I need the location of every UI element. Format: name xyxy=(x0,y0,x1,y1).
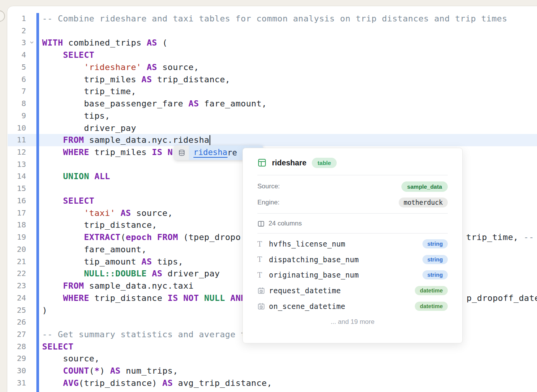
code-text: tip_amount AS tips, xyxy=(42,256,183,268)
fold-chevron-icon[interactable] xyxy=(29,40,35,46)
line-number: 6 xyxy=(9,74,26,86)
line-number: 29 xyxy=(9,353,26,365)
line-number: 4 xyxy=(9,49,26,61)
source-label: Source: xyxy=(257,183,280,190)
line-number: 15 xyxy=(9,183,26,195)
code-text: UNION ALL xyxy=(42,170,110,183)
code-text: SELECT xyxy=(42,49,94,61)
column-name: dispatching_base_num xyxy=(269,255,359,264)
code-text: trip_miles AS trip_distance, xyxy=(42,74,230,86)
line-number: 32 xyxy=(9,389,26,392)
database-icon xyxy=(174,145,189,160)
code-text: FROM sample_data.nyc.taxi xyxy=(42,280,194,292)
column-row: on_scene_datetimedatetime xyxy=(257,298,448,314)
code-line[interactable]: 31 AVG(trip_distance) AS avg_trip_distan… xyxy=(8,377,537,389)
code-line[interactable]: 9 tips, xyxy=(8,110,537,122)
code-text: trip_time, -- xyxy=(466,231,534,243)
column-row: Tdispatching_base_numstring xyxy=(257,252,448,268)
column-row: Toriginating_base_numstring xyxy=(257,267,448,283)
line-number: 31 xyxy=(9,377,26,389)
code-line[interactable]: 30 COUNT(*) AS num_trips, xyxy=(8,365,537,377)
line-number: 25 xyxy=(9,304,26,317)
code-text: trip_distance, xyxy=(42,219,157,231)
line-number: 13 xyxy=(9,158,26,171)
column-name: on_scene_datetime xyxy=(269,302,345,310)
code-text: WHERE trip_distance IS NOT NULL AND xyxy=(42,292,246,304)
line-number: 3 xyxy=(9,37,26,49)
code-text: FROM sample_data.nyc.ridesha xyxy=(42,134,210,146)
line-number: 24 xyxy=(9,292,26,304)
line-number: 11 xyxy=(9,134,26,146)
more-columns-note: ... and 19 more xyxy=(243,318,462,328)
source-value-badge: sample_data xyxy=(401,181,448,192)
code-line[interactable]: 4 SELECT xyxy=(8,49,537,61)
code-line[interactable]: 7 trip_time, xyxy=(8,85,537,98)
column-type-badge: datetime xyxy=(415,302,448,311)
line-number: 5 xyxy=(9,61,26,74)
code-line[interactable]: 5 'rideshare' AS source, xyxy=(8,61,537,74)
code-text: AVG(trip_time) AS avg_trip_duration, xyxy=(42,389,251,392)
code-text: AVG(trip_distance) AS avg_trip_distance, xyxy=(42,377,272,389)
autocomplete-rest-text: re xyxy=(228,148,237,157)
line-number: 23 xyxy=(9,280,26,292)
engine-value-badge: motherduck xyxy=(399,198,448,207)
text-icon: T xyxy=(257,240,267,248)
code-text: p_dropoff_datetime xyxy=(467,292,537,304)
column-name: originating_base_num xyxy=(269,271,359,279)
column-name: hvfhs_license_num xyxy=(269,240,345,248)
line-number: 19 xyxy=(9,231,26,243)
code-text: base_passenger_fare AS fare_amount, xyxy=(42,98,267,110)
code-line[interactable]: 3WITH combined_trips AS ( xyxy=(8,37,537,49)
code-line[interactable]: 2 xyxy=(8,25,537,37)
code-line[interactable]: 6 trip_miles AS trip_distance, xyxy=(8,74,537,86)
gutter-change-bar xyxy=(36,13,39,392)
table-type-badge: table xyxy=(312,158,337,168)
line-number: 30 xyxy=(9,365,26,377)
column-row: request_datetimedatetime xyxy=(257,283,448,299)
code-line[interactable]: 8 base_passenger_fare AS fare_amount, xyxy=(8,98,537,110)
columns-count: 24 columns xyxy=(268,220,302,227)
column-type-badge: datetime xyxy=(415,286,448,295)
text-icon: T xyxy=(257,255,267,263)
line-number: 16 xyxy=(9,195,26,207)
line-number: 14 xyxy=(9,170,26,183)
table-title: rideshare xyxy=(272,158,306,167)
line-number: 7 xyxy=(9,85,26,98)
code-text: -- Get summary statistics and average tr… xyxy=(42,328,262,341)
line-number: 18 xyxy=(9,219,26,231)
code-text: SELECT xyxy=(42,195,94,207)
code-line[interactable]: 11 FROM sample_data.nyc.ridesha xyxy=(8,134,537,146)
code-text: tips, xyxy=(42,110,110,122)
line-number: 22 xyxy=(9,268,26,280)
column-type-badge: string xyxy=(422,270,448,279)
code-text: COUNT(*) AS num_trips, xyxy=(42,365,178,377)
code-text: NULL::DOUBLE AS driver_pay xyxy=(42,268,220,280)
clipped-side-button[interactable] xyxy=(0,10,5,22)
column-name: request_datetime xyxy=(269,286,341,295)
code-text: fare_amount, xyxy=(42,243,147,256)
code-text: EXTRACT(epoch FROM (tpep_dropo xyxy=(42,231,241,243)
line-number: 27 xyxy=(9,328,26,341)
line-number: 2 xyxy=(9,25,26,37)
text-icon: T xyxy=(257,271,267,279)
code-text: driver_pay xyxy=(42,122,136,134)
code-text: -- Combine rideshare and taxi tables for… xyxy=(42,13,507,25)
line-number: 8 xyxy=(9,98,26,110)
code-text: WHERE trip_miles IS N xyxy=(42,146,173,158)
code-line[interactable]: 29 source, xyxy=(8,353,537,365)
code-text: 'rideshare' AS source, xyxy=(42,61,199,74)
text-cursor xyxy=(210,135,210,145)
line-number: 26 xyxy=(9,316,26,328)
autocomplete-item-rideshare[interactable]: rideshare xyxy=(189,145,237,160)
line-number: 10 xyxy=(9,122,26,134)
code-line[interactable]: 10 driver_pay xyxy=(8,122,537,134)
code-text: 'taxi' AS source, xyxy=(42,207,173,219)
table-icon xyxy=(257,158,267,167)
code-text: SELECT xyxy=(42,341,74,353)
code-text: ) xyxy=(42,304,47,317)
code-line[interactable]: 1-- Combine rideshare and taxi tables fo… xyxy=(8,13,537,25)
column-row: Thvfhs_license_numstring xyxy=(257,236,448,252)
code-line[interactable]: 32 AVG(trip_time) AS avg_trip_duration, xyxy=(8,389,537,392)
line-number: 1 xyxy=(9,13,26,25)
line-number: 9 xyxy=(9,110,26,122)
